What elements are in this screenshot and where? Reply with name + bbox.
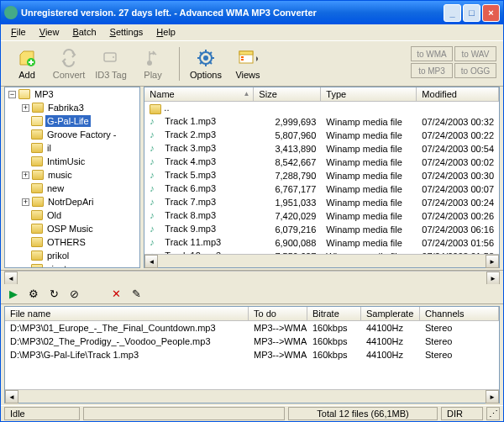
- folder-icon: [32, 197, 44, 207]
- folder-tree[interactable]: −MP3+Fabrika3G-Pal-LifeGroove Factory -i…: [4, 87, 140, 268]
- file-row[interactable]: Track 3.mp3 3,413,890 Winamp media file …: [144, 142, 499, 156]
- queue-row[interactable]: D:\MP3\G-Pal-Life\Track 1.mp3 MP3-->WMA …: [5, 348, 499, 361]
- file-row[interactable]: Track 2.mp3 5,807,960 Winamp media file …: [144, 129, 499, 142]
- queue-play-button[interactable]: ▶: [6, 287, 21, 302]
- menu-file[interactable]: File: [4, 24, 33, 40]
- queue-row[interactable]: D:\MP3\02_The_Prodigy_-_Voodoo_People.mp…: [5, 335, 499, 348]
- menu-help[interactable]: Help: [150, 24, 182, 40]
- titlebar[interactable]: Unregistered version. 27 days left. - Ad…: [1, 1, 503, 24]
- tree-node[interactable]: Old: [5, 208, 139, 222]
- queue-panel: File name To do Bitrate Samplerate Chann…: [4, 306, 500, 404]
- to-mp3-button[interactable]: to MP3: [411, 63, 453, 78]
- tree-hscroll[interactable]: ◄ ►: [4, 271, 500, 284]
- id3tag-label: ID3 Tag: [95, 70, 127, 80]
- tree-node[interactable]: +Fabrika3: [5, 101, 139, 114]
- tree-node[interactable]: sinatra: [5, 262, 139, 268]
- header-modified[interactable]: Modified: [417, 87, 499, 101]
- scroll-right-button[interactable]: ►: [486, 272, 500, 285]
- queue-reload-button[interactable]: ↻: [46, 287, 61, 302]
- tree-node[interactable]: new: [5, 182, 139, 195]
- tree-node[interactable]: prikol: [5, 249, 139, 262]
- collapse-icon[interactable]: −: [8, 91, 16, 98]
- file-row[interactable]: Track 11.mp3 6,900,088 Winamp media file…: [144, 236, 499, 250]
- tree-label: il: [45, 142, 53, 154]
- scroll-right-button[interactable]: ►: [486, 255, 499, 268]
- queue-settings-button[interactable]: ⚙: [26, 287, 41, 302]
- scroll-track[interactable]: [18, 390, 486, 403]
- file-row[interactable]: Track 5.mp3 7,288,790 Winamp media file …: [144, 169, 499, 182]
- folder-icon: [31, 264, 43, 268]
- status-resize-grip[interactable]: ⋰: [486, 407, 500, 420]
- folder-open-icon: [18, 89, 30, 99]
- toolbar-separator: [179, 47, 180, 81]
- queue-clear-button[interactable]: ⊘: [66, 287, 81, 302]
- queue-row[interactable]: D:\MP3\01_Europe_-_The_Final_Countdown.m…: [5, 321, 499, 335]
- tree-node[interactable]: +music: [5, 168, 139, 182]
- up-dir-row[interactable]: ..: [144, 102, 499, 115]
- add-button[interactable]: Add: [8, 45, 46, 83]
- menu-settings[interactable]: Settings: [103, 24, 150, 40]
- maximize-button[interactable]: □: [463, 4, 480, 22]
- expand-icon[interactable]: +: [22, 198, 29, 206]
- scroll-left-button[interactable]: ◄: [144, 255, 158, 268]
- file-row[interactable]: Track 7.mp3 1,951,033 Winamp media file …: [144, 196, 499, 209]
- tree-node[interactable]: G-Pal-Life: [5, 114, 139, 128]
- queue-header-todo[interactable]: To do: [249, 307, 307, 320]
- options-button[interactable]: Options: [186, 45, 225, 83]
- mp3-icon: [150, 156, 161, 168]
- queue-edit-button[interactable]: ✎: [129, 287, 144, 302]
- mp3-icon: [150, 183, 161, 195]
- menu-batch[interactable]: Batch: [66, 24, 102, 40]
- menu-view[interactable]: View: [33, 24, 66, 40]
- folder-icon: [150, 104, 161, 114]
- queue-hscroll[interactable]: ◄ ►: [5, 389, 499, 403]
- header-size[interactable]: Size: [254, 87, 321, 101]
- to-ogg-button[interactable]: to OGG: [454, 63, 496, 78]
- tree-node[interactable]: +NotrDepAri: [5, 195, 139, 208]
- file-row[interactable]: Track 9.mp3 6,079,216 Winamp media file …: [144, 223, 499, 236]
- tree-node[interactable]: il: [5, 141, 139, 155]
- tree-root-node[interactable]: −MP3: [5, 87, 139, 101]
- minimize-button[interactable]: _: [444, 4, 461, 22]
- scroll-left-button[interactable]: ◄: [5, 390, 18, 404]
- queue-header-samplerate[interactable]: Samplerate: [361, 307, 420, 320]
- play-button[interactable]: Play: [134, 45, 172, 83]
- file-hscroll[interactable]: ◄ ►: [144, 254, 499, 267]
- queue-list[interactable]: D:\MP3\01_Europe_-_The_Final_Countdown.m…: [5, 321, 499, 389]
- tree-node[interactable]: IntimUsic: [5, 155, 139, 168]
- expand-icon[interactable]: +: [22, 171, 29, 179]
- file-row[interactable]: Track 1.mp3 2,999,693 Winamp media file …: [144, 115, 499, 129]
- queue-header-channels[interactable]: Channels: [420, 307, 499, 320]
- views-button[interactable]: Views: [228, 45, 267, 83]
- header-name[interactable]: Name▲: [144, 87, 254, 101]
- file-row[interactable]: Track 8.mp3 7,420,029 Winamp media file …: [144, 209, 499, 223]
- main-area: −MP3+Fabrika3G-Pal-LifeGroove Factory -i…: [1, 87, 503, 271]
- scroll-right-button[interactable]: ►: [486, 390, 499, 404]
- file-row[interactable]: Track 4.mp3 8,542,667 Winamp media file …: [144, 156, 499, 169]
- tree-node[interactable]: Groove Factory -: [5, 128, 139, 141]
- folder-icon: [32, 103, 44, 113]
- close-button[interactable]: ×: [482, 4, 500, 22]
- folder-icon: [31, 143, 43, 153]
- app-window: Unregistered version. 27 days left. - Ad…: [0, 0, 504, 422]
- queue-delete-button[interactable]: ✕: [108, 287, 123, 302]
- file-row[interactable]: Track 6.mp3 6,767,177 Winamp media file …: [144, 182, 499, 196]
- tree-label: NotrDepAri: [46, 196, 95, 208]
- file-list[interactable]: .. Track 1.mp3 2,999,693 Winamp media fi…: [144, 102, 499, 254]
- queue-header-filename[interactable]: File name: [5, 307, 249, 320]
- scroll-track[interactable]: [158, 255, 486, 267]
- convert-button[interactable]: Convert: [50, 45, 88, 83]
- tree-node[interactable]: OSP Music: [5, 222, 139, 235]
- scroll-left-button[interactable]: ◄: [4, 272, 18, 285]
- to-wma-button[interactable]: to WMA: [411, 46, 453, 61]
- queue-header-bitrate[interactable]: Bitrate: [307, 307, 361, 320]
- tree-node[interactable]: OTHERS: [5, 235, 139, 249]
- expand-icon[interactable]: +: [22, 104, 29, 112]
- tree-label: sinatra: [45, 263, 76, 268]
- to-wav-button[interactable]: to WAV: [454, 46, 496, 61]
- window-title: Unregistered version. 27 days left. - Ad…: [21, 8, 444, 18]
- scroll-track[interactable]: [18, 272, 486, 284]
- header-type[interactable]: Type: [321, 87, 417, 101]
- id3tag-button[interactable]: ID3 Tag: [92, 45, 130, 83]
- status-progress: [83, 407, 285, 420]
